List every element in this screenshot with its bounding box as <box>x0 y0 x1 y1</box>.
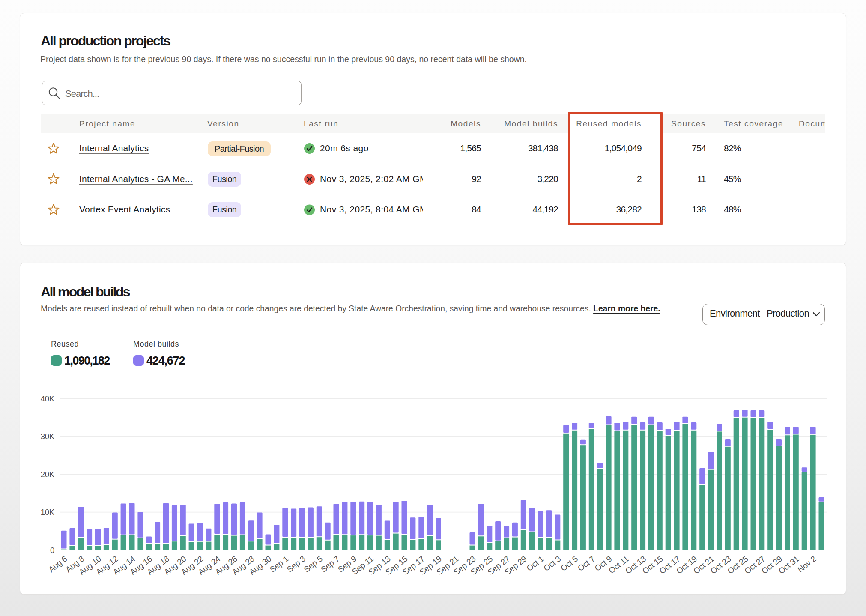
svg-text:Oct 1: Oct 1 <box>525 554 546 573</box>
svg-text:Sep 1: Sep 1 <box>268 554 290 574</box>
svg-text:Sep 7: Sep 7 <box>319 554 341 574</box>
svg-text:Oct 7: Oct 7 <box>576 554 597 573</box>
svg-text:Nov 2: Nov 2 <box>796 554 818 574</box>
svg-text:30K: 30K <box>41 432 55 441</box>
svg-text:10K: 10K <box>41 508 55 517</box>
svg-text:Oct 5: Oct 5 <box>559 554 579 573</box>
svg-text:40K: 40K <box>41 394 55 403</box>
svg-text:Sep 3: Sep 3 <box>285 554 307 574</box>
svg-text:Sep 5: Sep 5 <box>302 554 324 574</box>
svg-text:Aug 6: Aug 6 <box>47 554 69 574</box>
svg-text:Oct 3: Oct 3 <box>542 554 562 573</box>
svg-text:0: 0 <box>50 546 54 555</box>
svg-text:20K: 20K <box>41 470 55 479</box>
